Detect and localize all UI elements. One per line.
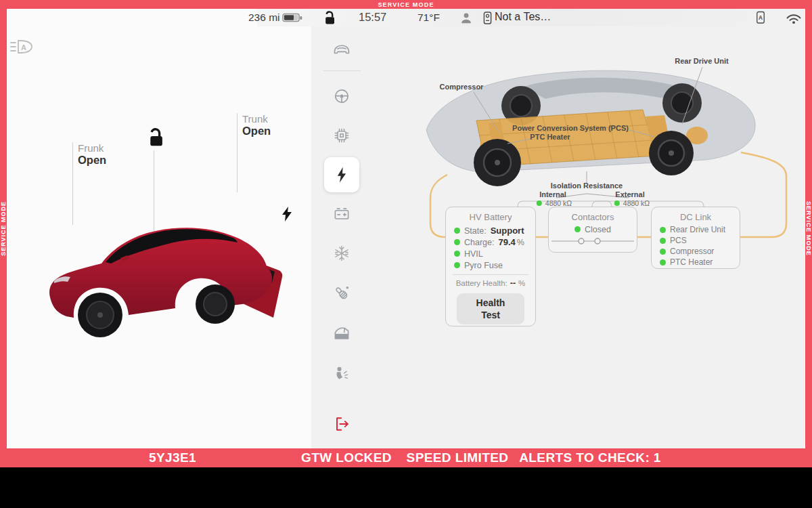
pcs-label: Power Conversion System (PCS) [512,124,629,132]
profile-name[interactable]: Not a Tes… [495,11,551,23]
svg-text:A: A [21,43,26,51]
compressor-label: Compressor [440,83,484,91]
hv-charge-row: Charge: 79.4 % [454,236,535,248]
dc-link-title: DC Link [652,212,740,222]
frunk-status[interactable]: Frunk Open [78,142,106,167]
battery-health-row: Battery Health: -- % [446,278,535,288]
vehicle-unlocked-icon[interactable] [142,127,164,147]
isolation-resistance-title: Isolation Resistance [551,182,623,190]
sidebar-item-firmware-chip[interactable] [332,126,351,145]
frunk-label: Frunk [78,142,106,154]
service-status-bar: 5YJ3E1 GTW LOCKED SPEED LIMITED ALERTS T… [0,448,812,467]
hv-hvil-row: HVIL [454,248,535,259]
range-value: 236 mi [248,12,280,24]
isolation-internal-label: Internal [539,190,566,198]
hv-battery-title: HV Battery [446,212,535,222]
status-dot-green [660,249,666,255]
alerts-flag[interactable]: ALERTS TO CHECK: 1 [519,450,661,465]
hv-battery-panel: HV Battery State: Support Charge: 79.4 % [445,207,536,326]
contactors-title: Contactors [549,212,637,222]
taskbar: ‹ 69 › ♪ ••• [0,467,812,508]
vehicle-image [41,190,284,343]
gtw-locked-flag: GTW LOCKED [301,450,392,465]
hv-pyro-row: Pyro Fuse [454,259,535,271]
sidebar-item-steering[interactable] [332,87,351,106]
contactors-panel: Contactors Closed [548,207,637,253]
outside-temperature[interactable]: 71°F [418,12,440,24]
status-dot-green [537,200,542,206]
isolation-external-label: External [615,190,644,198]
sidebar-item-vehicle[interactable] [332,39,351,58]
status-dot-green [660,238,666,244]
driver-profile-icon[interactable] [460,12,472,24]
service-mode-banner-left: SERVICE MODE [0,9,7,448]
service-mode-banner-right: SERVICE MODE [805,9,812,448]
dc-link-row: PCS [660,235,740,246]
service-mode-left-label: SERVICE MODE [0,201,7,256]
key-fob-icon [482,11,493,25]
sidebar-item-thermal[interactable] [332,244,351,263]
trunk-status[interactable]: Trunk Open [242,113,271,137]
status-dot-green [454,262,460,268]
dc-link-row: Rear Drive Unit [660,224,740,235]
status-dot-green [614,200,620,206]
vin: 5YJ3E1 [149,450,196,465]
health-test-button[interactable]: Health Test [457,293,524,324]
sidebar-item-exit-service[interactable] [332,415,351,433]
trunk-label: Trunk [242,113,271,125]
status-dot-green [454,228,460,234]
trunk-state: Open [242,125,271,137]
panel-divider [453,274,528,275]
battery-level-icon [282,13,303,23]
clock: 15:57 [359,11,386,24]
dc-link-panel: DC Link Rear Drive Unit PCS Compressor [651,207,740,269]
service-mode-top-label: SERVICE MODE [378,1,434,8]
auto-headlight-icon: A [9,36,35,58]
sidebar-item-lv-battery[interactable] [332,205,351,224]
dc-link-row: PTC Heater [660,257,740,268]
ptc-heater-label: PTC Heater [530,133,570,141]
status-dot-green [454,239,460,245]
sidebar-item-suspension[interactable] [332,284,351,303]
hv-system-diagram: Compressor Rear Drive Unit Power Convers… [369,26,805,448]
contactor-symbol [549,236,637,247]
high-voltage-icon [332,165,351,184]
device-a-icon: A [754,11,767,25]
contactors-state-row: Closed [549,224,637,235]
service-mode-right-label: SERVICE MODE [805,201,812,256]
sidebar-item-closures[interactable] [332,324,351,343]
dc-link-row: Compressor [660,246,740,257]
trunk-pointer-line [237,113,238,192]
screen: SERVICE MODE SERVICE MODE SERVICE MODE 2… [0,0,812,508]
status-dot-green [660,259,666,266]
wifi-icon[interactable] [785,12,803,24]
speed-limited-flag: SPEED LIMITED [407,450,509,465]
svg-text:A: A [759,15,763,21]
main-content: 236 mi 15:57 71°F Not a Tes… A [7,9,805,448]
status-dot-green [660,227,666,233]
service-mode-banner-top: SERVICE MODE [0,0,812,9]
lock-unlocked-icon[interactable] [319,9,336,26]
sidebar-item-airbag[interactable] [332,364,351,383]
rear-drive-unit-label: Rear Drive Unit [675,57,728,65]
sidebar-divider [323,70,361,71]
charge-port-icon[interactable] [281,206,293,222]
status-dot-green [454,251,460,257]
frunk-state: Open [78,154,106,167]
hv-state-row: State: Support [454,225,535,236]
status-dot-green [574,226,581,232]
